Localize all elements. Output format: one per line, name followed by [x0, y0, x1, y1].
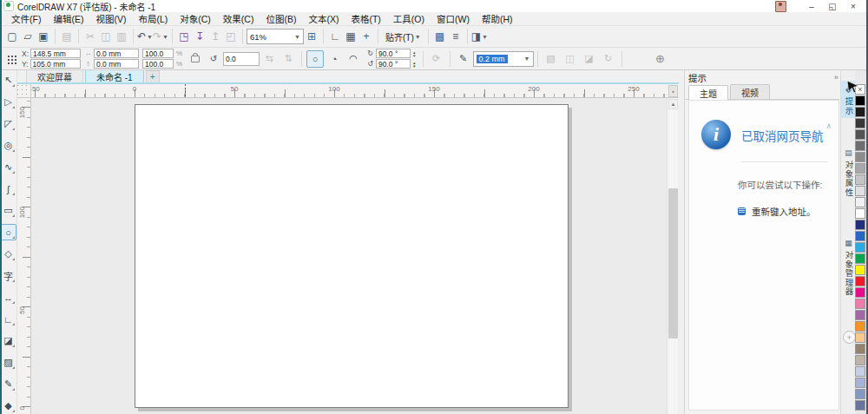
lock-ratio-icon[interactable]: [191, 56, 200, 62]
color-eyedropper-tool[interactable]: ✎: [0, 376, 16, 392]
polygon-tool[interactable]: ◇: [0, 246, 16, 262]
menu-item-10[interactable]: 工具(O): [387, 12, 431, 26]
rectangle-tool[interactable]: ▭: [0, 202, 16, 219]
color-swatch-4[interactable]: [855, 129, 865, 140]
hints-tab-2[interactable]: 视频: [730, 84, 770, 99]
color-swatch-13[interactable]: [855, 231, 865, 241]
object-height-field[interactable]: 0.0 mm: [94, 59, 139, 69]
interactive-fill-tool[interactable]: ◆: [0, 398, 16, 414]
document-page[interactable]: [135, 104, 569, 408]
to-front-button[interactable]: ◫: [562, 50, 579, 68]
end-angle-field[interactable]: 90.0 °: [376, 59, 411, 69]
color-swatch-15[interactable]: [855, 253, 865, 264]
connector-tool[interactable]: ∟: [0, 311, 16, 327]
no-color-swatch[interactable]: ×: [855, 84, 865, 95]
color-swatch-14[interactable]: [855, 242, 865, 253]
freehand-tool[interactable]: ∿: [0, 159, 16, 175]
save-icon[interactable]: ▣: [36, 29, 51, 44]
color-swatch-7[interactable]: [855, 163, 865, 174]
color-swatch-3[interactable]: [855, 118, 865, 128]
x-position-field[interactable]: 148.5 mm: [30, 49, 81, 58]
color-swatch-16[interactable]: [855, 265, 865, 275]
color-swatch-18[interactable]: [855, 287, 865, 298]
zoom-tool[interactable]: ◎: [0, 137, 16, 154]
snap-to-button[interactable]: 贴齐(T)▼: [382, 30, 424, 43]
restore-button[interactable]: ◱: [823, 1, 842, 11]
welcome-screen-icon[interactable]: ◨▼: [471, 29, 488, 44]
menu-item-3[interactable]: 视图(V): [89, 12, 132, 26]
outline-width-combo[interactable]: 0.2 mm ▼: [473, 51, 534, 67]
color-swatch-9[interactable]: [855, 186, 865, 196]
color-swatch-28[interactable]: [855, 400, 865, 411]
color-swatch-27[interactable]: [855, 389, 865, 399]
options-icon[interactable]: ▩: [432, 29, 448, 44]
show-grid-icon[interactable]: ▦: [343, 29, 358, 44]
docker-tab-hints[interactable]: ◆提示: [841, 81, 856, 118]
docker-collapse-icon[interactable]: »: [834, 73, 838, 82]
quick-customize-button[interactable]: ⊕: [652, 50, 669, 68]
minimize-button[interactable]: –: [802, 1, 821, 11]
docker-tab-object-manager[interactable]: ▦对象管理器: [841, 237, 856, 297]
color-swatch-25[interactable]: [855, 366, 865, 377]
color-swatch-24[interactable]: [855, 355, 865, 365]
menu-item-12[interactable]: 帮助(H): [476, 12, 519, 26]
color-swatch-1[interactable]: [855, 95, 865, 106]
object-origin-grid[interactable]: [6, 54, 16, 64]
color-swatch-6[interactable]: [855, 152, 865, 162]
shape-tool[interactable]: ▷: [0, 94, 16, 110]
docker-tab-object-properties[interactable]: ▤对象属性: [841, 147, 856, 197]
color-swatch-26[interactable]: [855, 378, 865, 388]
color-swatch-12[interactable]: [855, 220, 865, 230]
new-tab-button[interactable]: +: [146, 70, 160, 82]
artistic-media-tool[interactable]: ʃ: [0, 181, 16, 197]
ruler-origin-box[interactable]: [17, 84, 31, 98]
crop-tool[interactable]: ◸: [0, 115, 16, 132]
dimension-tool[interactable]: ↔: [0, 289, 16, 306]
close-button[interactable]: ×: [844, 1, 863, 11]
scale-h-field[interactable]: 100.0: [142, 49, 174, 58]
color-swatch-23[interactable]: [855, 344, 865, 354]
open-icon[interactable]: ▱: [20, 29, 36, 44]
undo-icon[interactable]: ↶▼: [137, 29, 153, 44]
arc-mode-button[interactable]: ◠: [345, 50, 362, 68]
transparency-tool[interactable]: ▨: [0, 354, 16, 371]
scale-v-field[interactable]: 100.0: [142, 59, 174, 69]
pie-mode-button[interactable]: ◔: [326, 50, 343, 68]
fullscreen-preview-icon[interactable]: ⊞: [304, 29, 319, 44]
color-swatch-19[interactable]: [855, 299, 865, 309]
wrap-text-button[interactable]: ▧: [542, 50, 560, 68]
paste-icon[interactable]: ▥: [114, 29, 129, 44]
new-document-icon[interactable]: ▢: [4, 29, 20, 44]
menu-item-6[interactable]: 效果(C): [217, 12, 260, 26]
mirror-vertical-button[interactable]: ⇅: [279, 50, 297, 68]
scroll-up-arrow[interactable]: ▲: [668, 99, 678, 109]
color-swatch-5[interactable]: [855, 141, 865, 151]
application-launcher-icon[interactable]: ≡: [448, 29, 464, 44]
add-docker-button[interactable]: +: [843, 331, 856, 344]
account-icon[interactable]: [775, 1, 786, 12]
convert-to-curves-button[interactable]: ↻: [600, 50, 617, 68]
menu-item-9[interactable]: 表格(T): [345, 12, 386, 26]
menu-item-1[interactable]: 文件(F): [5, 12, 47, 26]
change-direction-button[interactable]: ⟳: [428, 50, 445, 68]
end-angle-spinner[interactable]: ▴▾: [413, 61, 416, 68]
color-swatch-8[interactable]: [855, 174, 865, 185]
start-angle-spinner[interactable]: ▴▾: [413, 50, 416, 57]
ruler-options-icon[interactable]: ▪: [668, 85, 678, 97]
cut-icon[interactable]: ✂: [82, 29, 98, 44]
color-swatch-11[interactable]: [855, 208, 865, 219]
export-icon[interactable]: ↥: [207, 29, 223, 44]
show-guidelines-icon[interactable]: +: [358, 29, 374, 44]
color-swatch-21[interactable]: [855, 321, 865, 332]
menu-item-4[interactable]: 布局(L): [132, 12, 174, 26]
mirror-horizontal-button[interactable]: ⇆: [260, 50, 278, 68]
search-content-icon[interactable]: ◳: [176, 29, 192, 44]
text-tool[interactable]: 字: [0, 267, 16, 284]
print-icon[interactable]: ▤: [59, 29, 75, 44]
drop-shadow-tool[interactable]: ◪: [0, 332, 16, 349]
menu-item-5[interactable]: 对象(C): [174, 12, 217, 26]
ellipse-mode-button[interactable]: ○: [306, 50, 324, 68]
redo-icon[interactable]: ↷▼: [153, 29, 168, 44]
vertical-scrollbar[interactable]: ▲: [667, 98, 678, 414]
rotation-angle-field[interactable]: 0.0: [223, 52, 260, 66]
